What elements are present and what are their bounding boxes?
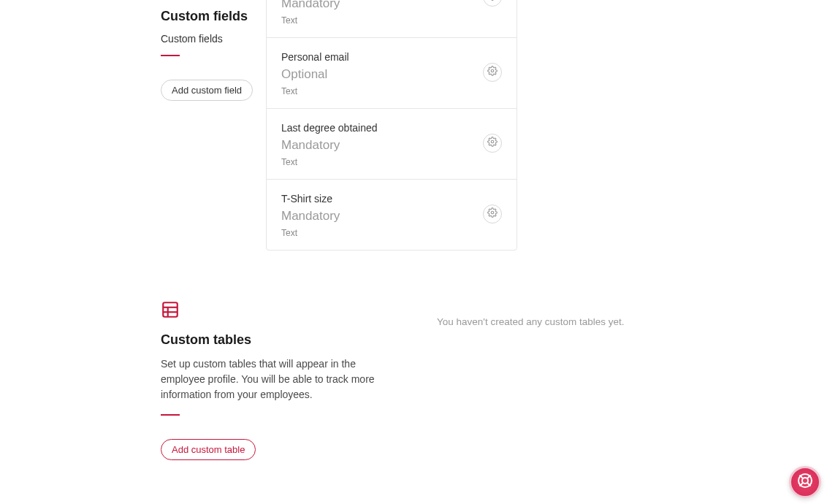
custom-fields-list: Allergies Mandatory Text Personal email — [266, 0, 517, 251]
field-settings-button[interactable] — [483, 134, 502, 153]
gear-icon — [487, 66, 498, 79]
custom-tables-title: Custom tables — [161, 332, 387, 348]
field-requirement: Mandatory — [281, 138, 378, 153]
svg-point-2 — [491, 140, 494, 143]
field-row: Personal email Optional Text — [267, 38, 517, 109]
gear-icon — [487, 207, 498, 221]
section-divider — [161, 414, 180, 416]
field-name: T-Shirt size — [281, 193, 340, 205]
field-requirement: Mandatory — [281, 0, 340, 11]
field-row: T-Shirt size Mandatory Text — [267, 180, 517, 250]
field-settings-button[interactable] — [483, 63, 502, 82]
field-type: Text — [281, 228, 340, 238]
section-divider — [161, 55, 180, 56]
field-row: Allergies Mandatory Text — [267, 0, 517, 38]
field-requirement: Optional — [281, 67, 349, 82]
gear-icon — [487, 137, 498, 150]
field-settings-button[interactable] — [483, 0, 502, 7]
field-row: Last degree obtained Mandatory Text — [267, 109, 517, 180]
svg-point-1 — [491, 69, 494, 72]
headset-icon — [796, 472, 814, 492]
svg-point-3 — [491, 211, 494, 214]
gear-icon — [487, 0, 498, 4]
svg-point-9 — [802, 478, 808, 484]
field-type: Text — [281, 15, 340, 26]
help-button[interactable] — [789, 466, 821, 498]
custom-tables-description: Set up custom tables that will appear in… — [161, 356, 387, 402]
add-custom-field-button[interactable]: Add custom field — [161, 80, 253, 101]
field-name: Personal email — [281, 51, 349, 63]
field-name: Last degree obtained — [281, 122, 378, 134]
field-settings-button[interactable] — [483, 205, 502, 224]
field-type: Text — [281, 157, 378, 167]
field-requirement: Mandatory — [281, 209, 340, 224]
field-type: Text — [281, 86, 349, 96]
add-custom-table-button[interactable]: Add custom table — [161, 439, 256, 460]
svg-rect-4 — [163, 302, 178, 317]
table-icon — [161, 300, 387, 322]
custom-tables-empty-state: You haven't created any custom tables ye… — [387, 316, 827, 327]
